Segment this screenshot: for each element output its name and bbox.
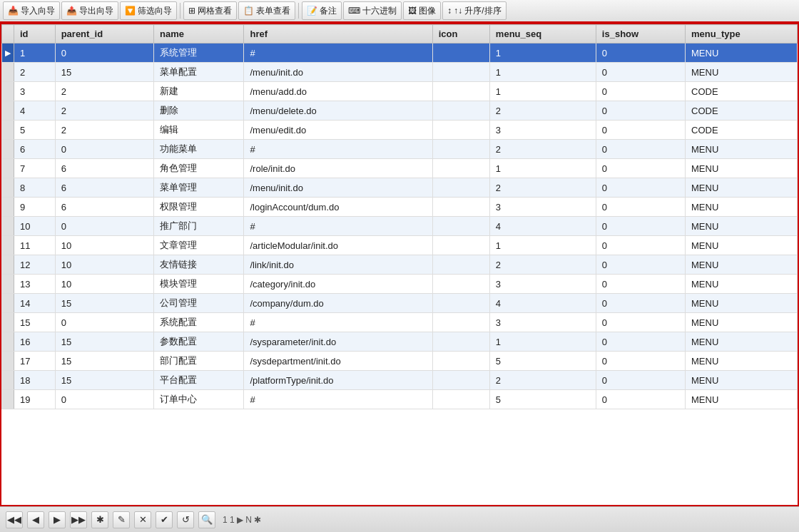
hex-icon: ⌨ [348, 6, 360, 16]
import-label: 导入向导 [21, 5, 55, 17]
col-id[interactable]: id [14, 25, 56, 44]
table-row[interactable]: 60功能菜单#20MENU [2, 140, 798, 159]
cell-menu_seq: 1 [489, 332, 596, 352]
table-row[interactable]: 1110文章管理/articleModular/init.do10MENU [2, 236, 798, 255]
table-row[interactable]: 86菜单管理/menu/init.do20MENU [2, 178, 798, 198]
cell-name: 编辑 [154, 121, 244, 140]
import-wizard-btn[interactable]: 📥 导入向导 [3, 1, 60, 20]
grid-view-btn[interactable]: ⊞ 网格查看 [183, 1, 237, 20]
cell-menu_seq: 2 [489, 178, 596, 198]
cell-icon [432, 217, 489, 236]
cell-id: 1 [14, 44, 56, 63]
cell-is_show: 0 [596, 294, 685, 313]
cell-name: 删除 [154, 101, 244, 121]
filter-wizard-btn[interactable]: 🔽 筛选向导 [120, 1, 177, 20]
cell-id: 15 [14, 313, 56, 332]
cell-is_show: 0 [596, 140, 685, 159]
sep1 [180, 3, 180, 19]
cell-href: /link/init.do [244, 255, 432, 275]
image-label: 图像 [419, 5, 436, 17]
col-parent-id[interactable]: parent_id [55, 25, 153, 44]
cell-href: /menu/init.do [244, 63, 432, 82]
cell-href: /category/init.do [244, 275, 432, 294]
cell-is_show: 0 [596, 121, 685, 140]
table-row[interactable]: 1815平台配置/platformType/init.do20MENU [2, 371, 798, 390]
table-row[interactable]: 52编辑/menu/edit.do30CODE [2, 121, 798, 140]
row-indicator [2, 82, 14, 101]
row-indicator [2, 352, 14, 371]
col-name[interactable]: name [154, 25, 244, 44]
export-label: 导出向导 [79, 5, 113, 17]
cell-href: # [244, 390, 432, 409]
cell-menu_seq: 3 [489, 275, 596, 294]
cell-is_show: 0 [596, 275, 685, 294]
cell-menu_type: CODE [686, 82, 798, 101]
cell-name: 系统配置 [154, 313, 244, 332]
cell-menu_seq: 1 [489, 82, 596, 101]
cell-id: 14 [14, 294, 56, 313]
table-row[interactable]: 1715部门配置/sysdepartment/init.do50MENU [2, 352, 798, 371]
cell-name: 平台配置 [154, 371, 244, 390]
cell-name: 订单中心 [154, 390, 244, 409]
table-row[interactable]: 1210友情链接/link/init.do20MENU [2, 255, 798, 275]
cell-menu_seq: 5 [489, 352, 596, 371]
cell-menu_seq: 3 [489, 313, 596, 332]
notes-btn[interactable]: 📝 备注 [302, 1, 342, 20]
cell-icon [432, 101, 489, 121]
cell-is_show: 0 [596, 198, 685, 217]
cell-menu_type: MENU [686, 236, 798, 255]
sort-btn[interactable]: ↕ ↑↓ 升序/排序 [442, 1, 507, 20]
cell-parent_id: 2 [55, 101, 153, 121]
cell-menu_type: MENU [686, 63, 798, 82]
table-row[interactable]: 100推广部门#40MENU [2, 217, 798, 236]
cell-icon [432, 178, 489, 198]
cell-id: 11 [14, 236, 56, 255]
table-row[interactable]: 215菜单配置/menu/init.do10MENU [2, 63, 798, 82]
col-menu-seq[interactable]: menu_seq [489, 25, 596, 44]
table-row[interactable]: 32新建/menu/add.do10CODE [2, 82, 798, 101]
col-icon[interactable]: icon [432, 25, 489, 44]
col-menu-type[interactable]: menu_type [686, 25, 798, 44]
row-indicator [2, 159, 14, 178]
cell-icon [432, 82, 489, 101]
cell-parent_id: 15 [55, 294, 153, 313]
cell-parent_id: 2 [55, 121, 153, 140]
col-href[interactable]: href [244, 25, 432, 44]
data-table-container[interactable]: id parent_id name href icon menu_seq is_… [0, 23, 799, 506]
image-btn[interactable]: 🖼 图像 [403, 1, 441, 20]
cell-parent_id: 0 [55, 44, 153, 63]
sort-icon: ↕ [447, 6, 452, 16]
cell-menu_seq: 1 [489, 236, 596, 255]
col-is-show[interactable]: is_show [596, 25, 685, 44]
cell-is_show: 0 [596, 159, 685, 178]
cell-id: 12 [14, 255, 56, 275]
cell-id: 2 [14, 63, 56, 82]
table-row[interactable]: 1615参数配置/sysparameter/init.do10MENU [2, 332, 798, 352]
cell-icon [432, 63, 489, 82]
cell-menu_seq: 2 [489, 255, 596, 275]
grid-label: 网格查看 [198, 5, 232, 17]
cell-menu_type: MENU [686, 159, 798, 178]
table-row[interactable]: 190订单中心#50MENU [2, 390, 798, 409]
table-row[interactable]: 76角色管理/role/init.do10MENU [2, 159, 798, 178]
row-indicator [2, 217, 14, 236]
table-row[interactable]: 1310模块管理/category/init.do30MENU [2, 275, 798, 294]
cell-icon [432, 332, 489, 352]
table-row[interactable]: 1415公司管理/company/dum.do40MENU [2, 294, 798, 313]
cell-menu_type: MENU [686, 390, 798, 409]
table-row[interactable]: ▶10系统管理#10MENU [2, 44, 798, 63]
cell-menu_type: MENU [686, 313, 798, 332]
table-row[interactable]: 42删除/menu/delete.do20CODE [2, 101, 798, 121]
filter-icon: 🔽 [125, 6, 136, 16]
cell-parent_id: 15 [55, 371, 153, 390]
table-row[interactable]: 150系统配置#30MENU [2, 313, 798, 332]
cell-icon [432, 236, 489, 255]
export-wizard-btn[interactable]: 📤 导出向导 [61, 1, 118, 20]
cell-name: 系统管理 [154, 44, 244, 63]
cell-href: /menu/add.do [244, 82, 432, 101]
hex-btn[interactable]: ⌨ 十六进制 [343, 1, 402, 20]
cell-href: /role/init.do [244, 159, 432, 178]
form-view-btn[interactable]: 📋 表单查看 [238, 1, 295, 20]
table-row[interactable]: 96权限管理/loginAccount/dum.do30MENU [2, 198, 798, 217]
cell-href: # [244, 140, 432, 159]
